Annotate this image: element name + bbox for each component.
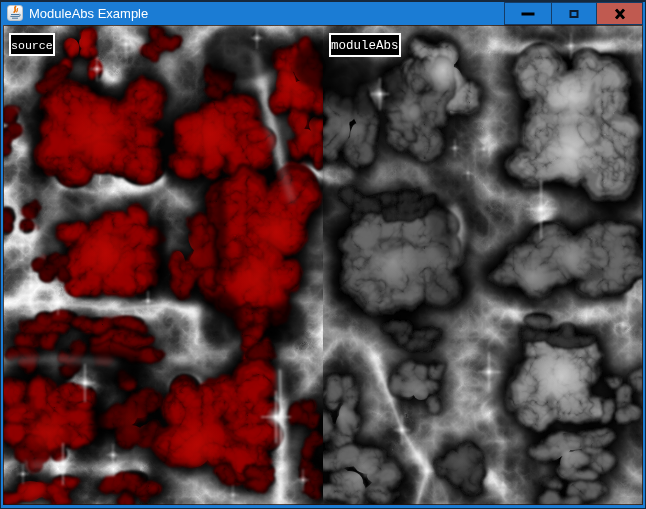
svg-text:moduleAbs: moduleAbs: [331, 39, 399, 53]
svg-text:source: source: [11, 39, 53, 52]
